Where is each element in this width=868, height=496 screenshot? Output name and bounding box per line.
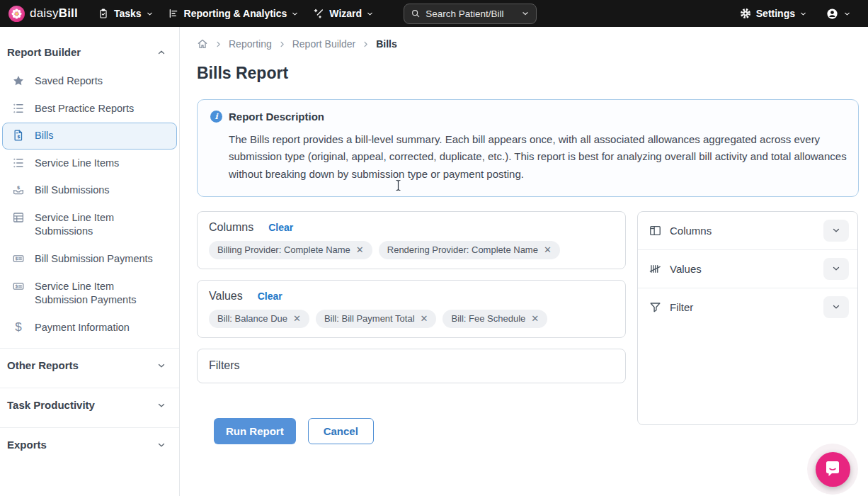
close-icon[interactable]: ✕ [531, 314, 539, 323]
sidebar: Report Builder Saved Reports Best Practi… [0, 27, 180, 496]
star-icon [11, 74, 25, 87]
payment-card-icon: $ [11, 252, 25, 265]
sidebar-item-service-line-items[interactable]: Service Line Items [2, 150, 177, 177]
filters-card-label: Filters [209, 359, 240, 371]
sidebar-item-label: Service Line Item Submissions [35, 211, 166, 239]
chip-label: Bill: Fee Schedule [451, 313, 525, 324]
nav-settings[interactable]: Settings [733, 0, 814, 27]
section-title: Report Builder [7, 46, 81, 58]
picker-row-filter: Filter [638, 288, 857, 326]
sidebar-item-saved-reports[interactable]: Saved Reports [2, 68, 177, 95]
picker-row-values: Values [638, 250, 857, 288]
divider [0, 427, 179, 428]
chat-launcher-button[interactable] [816, 452, 850, 487]
nav-wizard[interactable]: Wizard [306, 0, 381, 27]
close-icon[interactable]: ✕ [544, 245, 552, 254]
nav-reporting-label: Reporting & Analytics [184, 8, 287, 19]
divider [0, 348, 179, 349]
run-report-button[interactable]: Run Report [214, 418, 296, 444]
sidebar-item-label: Bills [35, 129, 54, 143]
nav-tasks[interactable]: Tasks [91, 0, 161, 27]
sidebar-item-label: Bill Submissions [35, 184, 110, 198]
columns-layout-icon [649, 224, 662, 237]
nav-settings-label: Settings [756, 8, 795, 19]
brand-name: daisyBill [30, 6, 78, 21]
chip-label: Bill: Balance Due [217, 313, 287, 324]
value-chip[interactable]: Bill: Fee Schedule✕ [442, 310, 547, 328]
divider [0, 388, 179, 388]
sidebar-section-exports[interactable]: Exports [0, 429, 179, 460]
sidebar-item-service-line-item-submissions[interactable]: Service Line Item Submissions [2, 205, 177, 245]
section-title: Task Productivity [7, 399, 95, 411]
chevron-down-icon [843, 10, 851, 18]
column-chip[interactable]: Billing Provider: Complete Name✕ [209, 241, 372, 259]
bar-chart-icon [168, 8, 179, 19]
sidebar-item-bill-submission-payments[interactable]: $ Bill Submission Payments [2, 246, 177, 273]
nav-wizard-label: Wizard [329, 8, 362, 19]
picker-row-label: Columns [670, 225, 712, 237]
tally-marks-icon [649, 262, 662, 276]
chevron-down-icon [146, 10, 154, 18]
chip-label: Billing Provider: Complete Name [217, 244, 350, 255]
sidebar-section-other-reports[interactable]: Other Reports [0, 350, 179, 381]
sidebar-section-report-builder[interactable]: Report Builder [0, 37, 179, 67]
breadcrumb-reporting[interactable]: Reporting [229, 38, 272, 50]
close-icon[interactable]: ✕ [356, 245, 364, 254]
breadcrumb-report-builder[interactable]: Report Builder [292, 38, 356, 50]
values-card-label: Values [209, 290, 243, 303]
columns-expand-button[interactable] [823, 220, 849, 242]
nav-account-menu[interactable] [818, 0, 858, 27]
chevron-up-icon [156, 47, 166, 57]
daisybill-logo[interactable]: daisyBill [8, 6, 78, 22]
cancel-button[interactable]: Cancel [308, 418, 374, 444]
page-title: Bills Report [197, 64, 859, 83]
chevron-down-icon [156, 440, 166, 450]
sidebar-item-bills[interactable]: $ Bills [2, 123, 177, 150]
values-expand-button[interactable] [823, 258, 849, 280]
wand-icon [313, 8, 324, 19]
chevron-down-icon [291, 10, 299, 18]
nav-reporting-analytics[interactable]: Reporting & Analytics [161, 0, 307, 27]
columns-card-label: Columns [209, 221, 253, 234]
chevron-down-icon[interactable] [521, 9, 530, 18]
chevron-down-icon [156, 400, 166, 410]
nav-tasks-label: Tasks [114, 8, 142, 19]
sidebar-item-label: Payment Information [35, 321, 130, 335]
section-title: Exports [7, 439, 47, 451]
report-description-body: The Bills report provides a bill-level s… [229, 131, 852, 183]
sidebar-item-service-line-item-submission-payments[interactable]: $ Service Line Item Submission Payments [2, 274, 177, 314]
search-patient-bill-input[interactable]: Search Patient/Bill [404, 4, 537, 24]
value-chip[interactable]: Bill: Balance Due✕ [209, 310, 309, 328]
search-placeholder: Search Patient/Bill [426, 9, 516, 19]
value-chip[interactable]: Bill: Bill Payment Total✕ [316, 310, 437, 328]
section-title: Other Reports [7, 359, 79, 371]
chip-label: Bill: Bill Payment Total [324, 313, 415, 324]
funnel-icon [649, 300, 662, 314]
field-picker-panel: Columns Values [637, 211, 858, 425]
list-icon [11, 102, 25, 115]
picker-row-label: Filter [670, 301, 693, 313]
chevron-down-icon [831, 225, 841, 235]
sidebar-item-bill-submissions[interactable]: $ Bill Submissions [2, 177, 177, 204]
filter-expand-button[interactable] [823, 296, 849, 318]
payment-card-icon: $ [11, 280, 25, 293]
user-circle-icon [826, 7, 839, 21]
column-chip[interactable]: Rendering Provider: Complete Name✕ [379, 241, 560, 259]
close-icon[interactable]: ✕ [293, 314, 301, 323]
clipboard-icon [98, 8, 109, 19]
chevron-down-icon [799, 10, 807, 18]
chevron-down-icon [831, 302, 841, 312]
columns-clear-link[interactable]: Clear [268, 222, 293, 233]
chevron-right-icon [215, 40, 222, 48]
sidebar-item-best-practice-reports[interactable]: Best Practice Reports [2, 96, 177, 123]
sidebar-item-payment-information[interactable]: $ Payment Information [2, 315, 177, 342]
values-clear-link[interactable]: Clear [258, 291, 282, 302]
home-icon[interactable] [197, 38, 208, 50]
svg-text:$: $ [17, 134, 20, 140]
sidebar-item-label: Bill Submission Payments [35, 252, 153, 266]
report-description-title: Report Description [229, 111, 324, 123]
close-icon[interactable]: ✕ [421, 314, 428, 323]
sidebar-section-task-productivity[interactable]: Task Productivity [0, 390, 179, 420]
search-icon [411, 9, 421, 18]
gear-icon [740, 8, 751, 19]
